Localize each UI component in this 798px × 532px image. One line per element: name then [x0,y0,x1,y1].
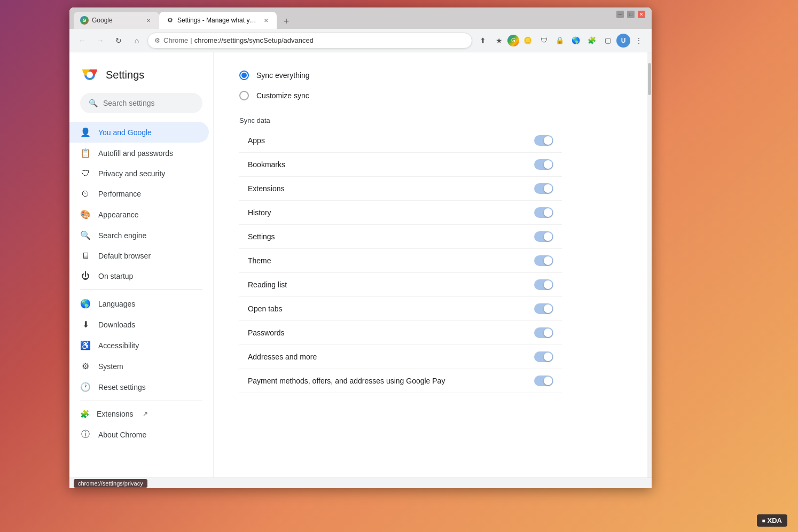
bookmark-icon[interactable]: ★ [491,33,506,48]
nav-icon-on-startup: ⏻ [80,271,91,281]
address-bar[interactable]: ⚙ Chrome | chrome://settings/syncSetup/a… [147,33,472,49]
tab-google-title: Google [92,17,141,24]
maximize-button[interactable]: □ [627,11,635,18]
close-window-button[interactable]: ✕ [638,11,645,18]
share-icon[interactable]: ⬆ [475,33,490,48]
toggle-addresses[interactable] [534,351,553,362]
profile-avatar[interactable]: U [616,34,630,48]
nav-icon-default-browser: 🖥 [80,251,91,261]
shield-icon[interactable]: 🛡 [536,33,551,48]
nav-item-extensions[interactable]: 🧩 Extensions ↗ [69,404,209,424]
toggle-reading-list[interactable] [534,279,553,290]
toggle-item-extensions: Extensions [239,177,562,201]
google-lens-icon[interactable]: G [507,35,519,46]
scroll-thumb[interactable] [648,63,651,95]
tab-settings-close[interactable]: ✕ [262,16,270,25]
nav-icon-languages: 🌎 [80,299,91,309]
address-bar-icon: ⚙ [154,37,160,44]
nav-divider-1 [80,290,202,290]
minimize-button[interactable]: ─ [616,11,624,18]
toggle-label-history: History [248,208,271,217]
toggle-apps[interactable] [534,135,553,146]
toggle-theme[interactable] [534,255,553,266]
nav-label-reset-settings: Reset settings [98,383,146,392]
search-bar-wrapper: 🔍 [69,93,213,122]
new-tab-button[interactable]: + [279,14,294,29]
menu-icon[interactable]: ⋮ [631,33,646,48]
settings-search-input[interactable] [103,99,197,107]
nav-item-about-chrome[interactable]: ⓘ About Chrome [69,424,209,445]
back-button[interactable]: ← [75,33,90,48]
nav-label-about-chrome: About Chrome [98,431,146,439]
toggle-bookmarks[interactable] [534,159,553,170]
sync-everything-radio[interactable] [239,71,249,80]
reload-button[interactable]: ↻ [111,33,126,48]
home-button[interactable]: ⌂ [129,33,144,48]
xda-text: XDA [768,517,782,525]
customize-sync-label: Customize sync [256,91,309,100]
google-favicon: G [80,16,89,25]
nav-icon-appearance: 🎨 [80,209,91,220]
lock-icon[interactable]: 🔒 [552,33,567,48]
toggle-label-apps: Apps [248,136,265,145]
nav-item-accessibility[interactable]: ♿ Accessibility [69,335,209,356]
content-area: Settings 🔍 👤 You and Google 📋 Autofill a… [69,52,652,478]
settings-main: Sync everything Customize sync Sync data… [214,52,647,478]
nav-item-languages[interactable]: 🌎 Languages [69,293,209,314]
settings-search-bar[interactable]: 🔍 [80,93,202,113]
nav-label-on-startup: On startup [98,272,133,280]
nav-item-performance[interactable]: ⏲ Performance [69,184,209,204]
nav-item-autofill[interactable]: 📋 Autofill and passwords [69,143,209,163]
customize-sync-option[interactable]: Customize sync [239,85,562,106]
sync-everything-option[interactable]: Sync everything [239,65,562,85]
nav-label-default-browser: Default browser [98,252,151,260]
scroll-track[interactable] [647,52,652,478]
forward-button[interactable]: → [93,33,108,48]
toggle-label-bookmarks: Bookmarks [248,160,285,169]
nav-item-privacy[interactable]: 🛡 Privacy and security [69,163,209,184]
toggle-label-settings: Settings [248,232,275,241]
toggle-extensions[interactable] [534,183,553,194]
sync-everything-radio-dot [241,73,247,78]
nav-icon-privacy: 🛡 [80,169,91,178]
nav-item-default-browser[interactable]: 🖥 Default browser [69,246,209,266]
toggle-open-tabs[interactable] [534,303,553,314]
toggle-settings[interactable] [534,231,553,242]
extensions-icon-2[interactable]: 🪙 [520,33,535,48]
toggle-item-apps: Apps [239,129,562,153]
nav-icon-you-and-google: 👤 [80,127,91,137]
settings-content: Sync everything Customize sync Sync data… [214,52,588,406]
nav-label-extensions: Extensions [97,410,133,418]
toggle-history[interactable] [534,207,553,218]
nav-item-on-startup[interactable]: ⏻ On startup [69,266,209,286]
nav-icon-autofill: 📋 [80,148,91,158]
nav-label-languages: Languages [98,300,135,308]
nav-item-reset-settings[interactable]: 🕐 Reset settings [69,377,209,397]
toggle-payment[interactable] [534,375,553,386]
globe-icon[interactable]: 🌎 [568,33,583,48]
nav-item-downloads[interactable]: ⬇ Downloads [69,314,209,335]
nav-item-search-engine[interactable]: 🔍 Search engine [69,225,209,246]
puzzle-icon[interactable]: 🧩 [584,33,599,48]
search-icon: 🔍 [89,99,98,107]
nav-item-system[interactable]: ⚙ System [69,356,209,377]
tab-google[interactable]: G Google ✕ [74,12,159,29]
browser-window: G Google ✕ ⚙ Settings - Manage what you … [69,7,652,488]
sync-everything-label: Sync everything [256,71,310,80]
nav-item-appearance[interactable]: 🎨 Appearance [69,204,209,225]
customize-sync-radio[interactable] [239,91,249,100]
nav-label-accessibility: Accessibility [98,341,139,350]
nav-label-search-engine: Search engine [98,231,146,240]
nav-icon-accessibility: ♿ [80,340,91,350]
toggle-label-passwords: Passwords [248,328,284,337]
address-domain: Chrome [163,36,188,44]
tab-settings[interactable]: ⚙ Settings - Manage what you sy... ✕ [159,12,277,29]
nav-label-privacy: Privacy and security [98,169,165,178]
sidebar-icon[interactable]: ▢ [600,33,615,48]
chrome-logo [80,65,99,84]
toggle-passwords[interactable] [534,327,553,338]
toggle-item-open-tabs: Open tabs [239,297,562,321]
tab-google-close[interactable]: ✕ [144,16,153,25]
toggle-item-payment: Payment methods, offers, and addresses u… [239,369,562,393]
nav-item-you-and-google[interactable]: 👤 You and Google [69,122,209,143]
